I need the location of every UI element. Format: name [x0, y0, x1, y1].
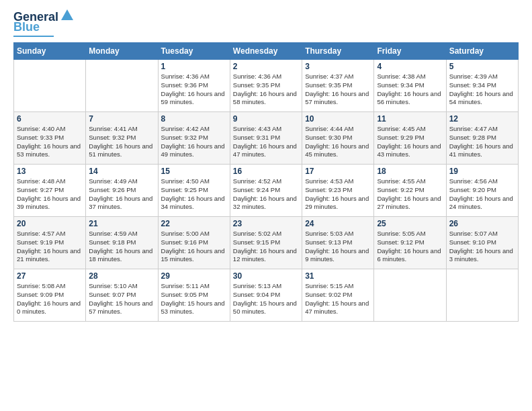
calendar-header-row: SundayMondayTuesdayWednesdayThursdayFrid… [14, 43, 519, 60]
calendar-cell: 1Sunrise: 4:36 AM Sunset: 9:36 PM Daylig… [158, 60, 230, 112]
calendar-cell: 24Sunrise: 5:03 AM Sunset: 9:13 PM Dayli… [302, 217, 374, 269]
day-header-wednesday: Wednesday [230, 43, 302, 60]
logo-blue: Blue [13, 20, 40, 34]
day-number: 28 [89, 271, 154, 281]
day-number: 26 [449, 219, 515, 228]
day-number: 8 [161, 114, 227, 124]
day-info: Sunrise: 4:37 AM Sunset: 9:35 PM Dayligh… [305, 73, 371, 107]
day-info: Sunrise: 5:13 AM Sunset: 9:04 PM Dayligh… [233, 282, 299, 316]
calendar-cell: 22Sunrise: 5:00 AM Sunset: 9:16 PM Dayli… [158, 217, 230, 269]
day-number: 22 [161, 219, 227, 228]
calendar-cell: 7Sunrise: 4:41 AM Sunset: 9:32 PM Daylig… [86, 112, 158, 165]
day-info: Sunrise: 4:45 AM Sunset: 9:29 PM Dayligh… [377, 125, 443, 159]
day-number: 27 [17, 271, 83, 281]
calendar-week-row: 6Sunrise: 4:40 AM Sunset: 9:33 PM Daylig… [14, 112, 519, 165]
day-number: 25 [377, 219, 443, 228]
day-info: Sunrise: 4:44 AM Sunset: 9:30 PM Dayligh… [305, 125, 371, 159]
calendar-cell: 11Sunrise: 4:45 AM Sunset: 9:29 PM Dayli… [374, 112, 446, 165]
logo-icon [60, 8, 75, 23]
day-info: Sunrise: 4:48 AM Sunset: 9:27 PM Dayligh… [17, 177, 83, 212]
day-number: 3 [305, 62, 371, 71]
day-info: Sunrise: 4:42 AM Sunset: 9:32 PM Dayligh… [161, 125, 227, 159]
day-info: Sunrise: 4:47 AM Sunset: 9:28 PM Dayligh… [449, 125, 515, 159]
day-header-saturday: Saturday [446, 43, 518, 60]
day-info: Sunrise: 5:08 AM Sunset: 9:09 PM Dayligh… [17, 282, 83, 316]
logo-line [13, 36, 54, 37]
calendar-cell: 31Sunrise: 5:15 AM Sunset: 9:02 PM Dayli… [302, 269, 374, 322]
day-number: 4 [377, 62, 443, 71]
day-info: Sunrise: 4:52 AM Sunset: 9:24 PM Dayligh… [233, 177, 299, 212]
day-info: Sunrise: 4:36 AM Sunset: 9:35 PM Dayligh… [233, 73, 299, 107]
day-info: Sunrise: 4:36 AM Sunset: 9:36 PM Dayligh… [161, 73, 227, 107]
day-number: 11 [377, 114, 443, 124]
svg-marker-0 [61, 9, 73, 20]
calendar-table: SundayMondayTuesdayWednesdayThursdayFrid… [13, 42, 519, 322]
calendar-cell: 6Sunrise: 4:40 AM Sunset: 9:33 PM Daylig… [14, 112, 86, 165]
day-number: 9 [233, 114, 299, 124]
day-info: Sunrise: 5:11 AM Sunset: 9:05 PM Dayligh… [161, 282, 227, 316]
day-info: Sunrise: 4:39 AM Sunset: 9:34 PM Dayligh… [449, 73, 515, 107]
day-info: Sunrise: 4:49 AM Sunset: 9:26 PM Dayligh… [89, 177, 154, 212]
calendar-week-row: 27Sunrise: 5:08 AM Sunset: 9:09 PM Dayli… [14, 269, 519, 322]
day-number: 7 [89, 114, 154, 124]
day-number: 5 [449, 62, 515, 71]
day-header-thursday: Thursday [302, 43, 374, 60]
calendar-cell: 21Sunrise: 4:59 AM Sunset: 9:18 PM Dayli… [86, 217, 158, 269]
day-info: Sunrise: 5:07 AM Sunset: 9:10 PM Dayligh… [449, 230, 515, 264]
calendar-cell: 2Sunrise: 4:36 AM Sunset: 9:35 PM Daylig… [230, 60, 302, 112]
day-number: 23 [233, 219, 299, 228]
calendar-cell: 10Sunrise: 4:44 AM Sunset: 9:30 PM Dayli… [302, 112, 374, 165]
calendar-week-row: 1Sunrise: 4:36 AM Sunset: 9:36 PM Daylig… [14, 60, 519, 112]
day-number: 15 [161, 167, 227, 176]
day-info: Sunrise: 5:03 AM Sunset: 9:13 PM Dayligh… [305, 230, 371, 264]
day-info: Sunrise: 4:55 AM Sunset: 9:22 PM Dayligh… [377, 177, 443, 212]
logo: General Blue [13, 11, 75, 37]
calendar-cell: 19Sunrise: 4:56 AM Sunset: 9:20 PM Dayli… [446, 165, 518, 217]
calendar-cell: 29Sunrise: 5:11 AM Sunset: 9:05 PM Dayli… [158, 269, 230, 322]
day-number: 2 [233, 62, 299, 71]
calendar-cell: 16Sunrise: 4:52 AM Sunset: 9:24 PM Dayli… [230, 165, 302, 217]
day-number: 29 [161, 271, 227, 281]
day-info: Sunrise: 5:15 AM Sunset: 9:02 PM Dayligh… [305, 282, 371, 316]
calendar-cell: 18Sunrise: 4:55 AM Sunset: 9:22 PM Dayli… [374, 165, 446, 217]
calendar-cell: 12Sunrise: 4:47 AM Sunset: 9:28 PM Dayli… [446, 112, 518, 165]
day-number: 14 [89, 167, 154, 176]
day-info: Sunrise: 4:50 AM Sunset: 9:25 PM Dayligh… [161, 177, 227, 212]
calendar-week-row: 13Sunrise: 4:48 AM Sunset: 9:27 PM Dayli… [14, 165, 519, 217]
day-header-tuesday: Tuesday [158, 43, 230, 60]
day-number: 6 [17, 114, 83, 124]
page: General Blue SundayMondayTuesdayWednesda… [0, 0, 532, 411]
day-header-friday: Friday [374, 43, 446, 60]
day-number: 31 [305, 271, 371, 281]
day-info: Sunrise: 5:10 AM Sunset: 9:07 PM Dayligh… [89, 282, 154, 316]
day-number: 1 [161, 62, 227, 71]
calendar-cell: 13Sunrise: 4:48 AM Sunset: 9:27 PM Dayli… [14, 165, 86, 217]
day-number: 13 [17, 167, 83, 176]
day-info: Sunrise: 4:38 AM Sunset: 9:34 PM Dayligh… [377, 73, 443, 107]
day-info: Sunrise: 4:41 AM Sunset: 9:32 PM Dayligh… [89, 125, 154, 159]
calendar-cell: 28Sunrise: 5:10 AM Sunset: 9:07 PM Dayli… [86, 269, 158, 322]
day-info: Sunrise: 4:59 AM Sunset: 9:18 PM Dayligh… [89, 230, 154, 264]
calendar-cell [374, 269, 446, 322]
day-number: 10 [305, 114, 371, 124]
day-number: 21 [89, 219, 154, 228]
calendar-cell: 14Sunrise: 4:49 AM Sunset: 9:26 PM Dayli… [86, 165, 158, 217]
calendar-cell: 26Sunrise: 5:07 AM Sunset: 9:10 PM Dayli… [446, 217, 518, 269]
calendar-cell [86, 60, 158, 112]
calendar-cell: 27Sunrise: 5:08 AM Sunset: 9:09 PM Dayli… [14, 269, 86, 322]
day-info: Sunrise: 5:05 AM Sunset: 9:12 PM Dayligh… [377, 230, 443, 264]
day-info: Sunrise: 5:02 AM Sunset: 9:15 PM Dayligh… [233, 230, 299, 264]
day-number: 24 [305, 219, 371, 228]
calendar-cell: 20Sunrise: 4:57 AM Sunset: 9:19 PM Dayli… [14, 217, 86, 269]
day-info: Sunrise: 4:53 AM Sunset: 9:23 PM Dayligh… [305, 177, 371, 212]
calendar-cell: 30Sunrise: 5:13 AM Sunset: 9:04 PM Dayli… [230, 269, 302, 322]
day-info: Sunrise: 5:00 AM Sunset: 9:16 PM Dayligh… [161, 230, 227, 264]
day-info: Sunrise: 4:40 AM Sunset: 9:33 PM Dayligh… [17, 125, 83, 159]
day-number: 30 [233, 271, 299, 281]
header: General Blue [13, 11, 519, 37]
day-number: 16 [233, 167, 299, 176]
day-info: Sunrise: 4:57 AM Sunset: 9:19 PM Dayligh… [17, 230, 83, 264]
day-number: 19 [449, 167, 515, 176]
calendar-cell: 9Sunrise: 4:43 AM Sunset: 9:31 PM Daylig… [230, 112, 302, 165]
calendar-cell: 5Sunrise: 4:39 AM Sunset: 9:34 PM Daylig… [446, 60, 518, 112]
